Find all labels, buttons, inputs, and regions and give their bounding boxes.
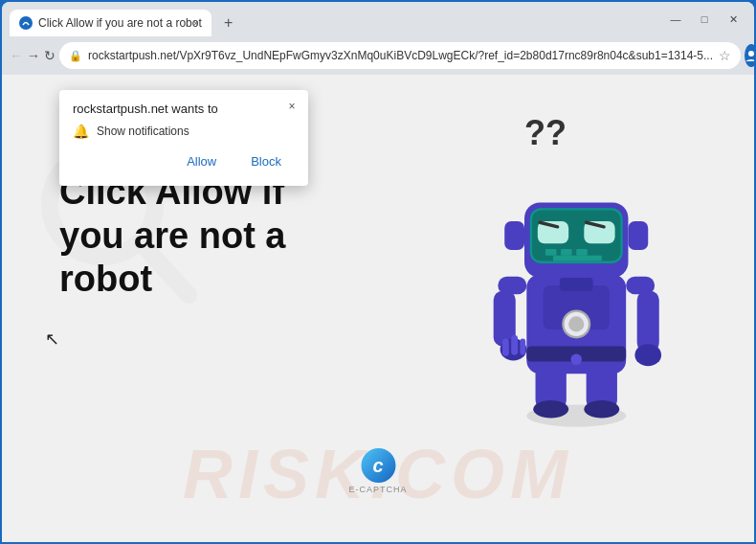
forward-button[interactable]: →: [27, 42, 40, 69]
profile-button[interactable]: [745, 44, 754, 67]
page-content: RISK.COM Click Allow if you are not a ro…: [2, 75, 754, 542]
ecaptcha-label: E-CAPTCHA: [348, 485, 407, 494]
active-tab[interactable]: Click Allow if you are not a robot ×: [10, 10, 211, 36]
tab-favicon: [19, 16, 33, 30]
notification-popup: × rockstartpush.net wants to 🔔 Show noti…: [59, 90, 308, 186]
window-controls: — □ ✕: [662, 6, 746, 33]
robot-illustration: ??: [486, 113, 697, 439]
svg-point-10: [570, 354, 582, 366]
svg-rect-19: [561, 249, 572, 256]
popup-close-button[interactable]: ×: [283, 98, 300, 115]
svg-rect-18: [545, 249, 557, 256]
question-marks: ??: [524, 113, 567, 153]
main-text: Click Allow if you are not a robot: [59, 170, 286, 302]
new-tab-button[interactable]: +: [215, 10, 242, 36]
address-text: rockstartpush.net/VpXr9T6vz_UndNEpFwGmyv…: [88, 49, 713, 62]
svg-point-35: [533, 400, 568, 418]
tab-title: Click Allow if you are not a robot: [38, 16, 202, 30]
svg-point-9: [568, 316, 584, 331]
minimize-button[interactable]: —: [662, 6, 689, 33]
popup-title: rockstartpush.net wants to: [73, 102, 295, 116]
close-button[interactable]: ✕: [720, 6, 746, 33]
svg-rect-22: [504, 221, 524, 250]
popup-buttons: Allow Block: [73, 150, 295, 172]
svg-rect-23: [628, 221, 648, 250]
refresh-button[interactable]: ↻: [44, 42, 56, 69]
tab-close-button[interactable]: ×: [189, 15, 204, 31]
cursor: ↖: [45, 329, 59, 350]
nav-bar: ← → ↻ 🔒 rockstartpush.net/VpXr9T6vz_UndN…: [2, 36, 754, 75]
tab-area: Click Allow if you are not a robot × +: [10, 2, 651, 36]
svg-rect-24: [560, 278, 593, 291]
browser-window: Click Allow if you are not a robot × + —…: [2, 2, 754, 542]
address-bar[interactable]: 🔒 rockstartpush.net/VpXr9T6vz_UndNEpFwGm…: [59, 42, 741, 69]
bookmark-icon[interactable]: ☆: [719, 48, 731, 63]
svg-rect-21: [553, 256, 602, 261]
popup-notification-row: 🔔 Show notifications: [73, 124, 295, 139]
svg-point-1: [748, 51, 754, 57]
back-button[interactable]: ←: [10, 42, 23, 69]
maximize-button[interactable]: □: [691, 6, 718, 33]
svg-rect-28: [502, 338, 509, 355]
allow-button[interactable]: Allow: [173, 150, 230, 172]
svg-rect-29: [511, 335, 518, 355]
ecaptcha-icon: c: [361, 448, 395, 483]
lock-icon: 🔒: [69, 50, 82, 62]
popup-notification-text: Show notifications: [97, 125, 189, 138]
svg-point-33: [634, 344, 661, 366]
bell-icon: 🔔: [73, 124, 89, 139]
svg-rect-32: [637, 291, 659, 351]
ecaptcha-logo: c E-CAPTCHA: [348, 448, 407, 494]
svg-rect-20: [576, 249, 588, 256]
block-button[interactable]: Block: [237, 150, 295, 172]
title-bar: Click Allow if you are not a robot × + —…: [2, 2, 754, 36]
svg-rect-30: [520, 338, 525, 354]
svg-point-37: [584, 400, 619, 418]
